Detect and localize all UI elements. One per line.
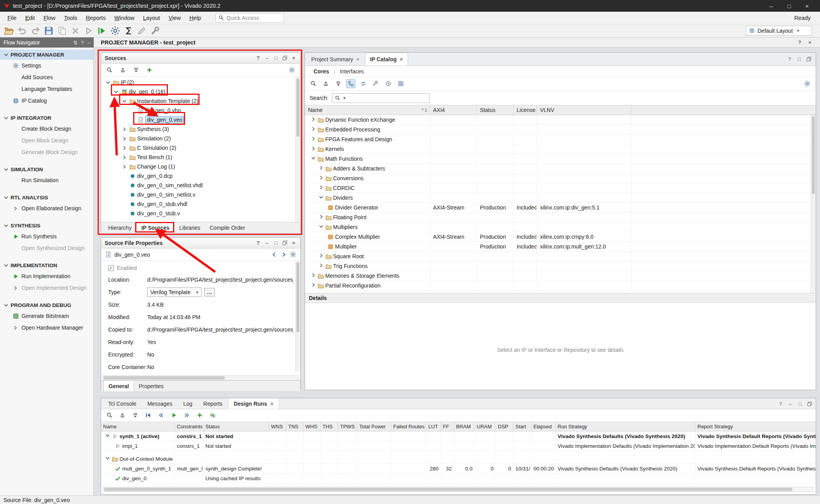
properties-tab-general[interactable]: General: [103, 381, 134, 391]
sources-panel-header[interactable]: Sources ? – □ ×: [101, 53, 300, 64]
step-back-button[interactable]: [157, 411, 166, 420]
flownav-item-settings[interactable]: Settings: [0, 60, 93, 71]
column-header-tpws[interactable]: TPWS: [338, 422, 357, 431]
layout-select[interactable]: Default Layout ▾: [746, 26, 812, 35]
flownav-section-header-synthesis[interactable]: SYNTHESIS: [0, 220, 93, 231]
source-file-properties-header[interactable]: Source File Properties ? – □ ×: [101, 238, 300, 248]
redo-icon[interactable]: [30, 26, 41, 36]
settings-button[interactable]: [803, 79, 812, 88]
menu-help[interactable]: Help: [185, 13, 205, 23]
column-header-name[interactable]: Name^ 1: [305, 105, 430, 115]
wand-icon[interactable]: [150, 26, 160, 36]
catalog-row-multiplier[interactable]: MultiplierProductionIncludedxilinx.com:i…: [305, 242, 816, 252]
tree-row-c-simulation[interactable]: C Simulation (2): [101, 143, 300, 153]
run-icon[interactable]: [84, 26, 94, 36]
help-icon[interactable]: ?: [777, 401, 784, 407]
flownav-item-create-block-design[interactable]: Create Block Design: [0, 123, 93, 135]
step-forward-button[interactable]: [182, 411, 191, 420]
gear-icon[interactable]: [110, 26, 120, 36]
plus-button[interactable]: [195, 411, 204, 420]
menu-view[interactable]: View: [164, 13, 185, 23]
collapse-all-button[interactable]: [118, 411, 127, 420]
flownav-item-run-implementation[interactable]: Run Implementation: [0, 270, 93, 282]
sources-tab-compile-order[interactable]: Compile Order: [205, 222, 250, 233]
bottom-tab-messages[interactable]: Messages: [142, 398, 178, 409]
collapse-all-button[interactable]: [118, 66, 127, 75]
skip-start-button[interactable]: [144, 411, 153, 420]
menu-reports[interactable]: Reports: [82, 13, 110, 23]
catalog-row-trig-functions[interactable]: Trig Functions: [305, 261, 816, 271]
flownav-item-generate-bitstream[interactable]: Generate Bitstream: [0, 310, 93, 322]
close-icon[interactable]: ×: [400, 56, 403, 62]
expand-all-button[interactable]: [131, 411, 140, 420]
help-icon[interactable]: ?: [81, 40, 84, 46]
collapse-all-icon[interactable]: ⇅: [73, 40, 78, 46]
close-icon[interactable]: ×: [356, 56, 359, 62]
minimize-icon[interactable]: –: [787, 401, 793, 407]
design-run-row-out-of-context-module-runs[interactable]: Out-of-Context Module Runs: [101, 454, 816, 464]
minimize-icon[interactable]: –: [264, 55, 270, 61]
design-run-row-impl-1[interactable]: impl_1constrs_1Not startedVivado Impleme…: [101, 441, 816, 451]
settings-button[interactable]: [287, 66, 296, 75]
scrollbar[interactable]: [811, 115, 815, 293]
compare-button[interactable]: [359, 79, 368, 88]
menu-layout[interactable]: Layout: [139, 13, 164, 23]
target-button[interactable]: [384, 79, 393, 88]
catalog-row-fpga-features-and-design[interactable]: FPGA Features and Design: [305, 135, 816, 144]
float-icon[interactable]: [282, 240, 288, 246]
quick-access-search[interactable]: Quick Access: [216, 13, 284, 23]
flownav-item-ip-catalog[interactable]: IP Catalog: [0, 95, 93, 106]
flownav-item-generate-block-design[interactable]: Generate Block Design: [0, 146, 93, 158]
tree-row-synthesis[interactable]: Synthesis (3): [101, 124, 300, 134]
column-header-constraints[interactable]: Constraints: [175, 422, 203, 431]
percent-button[interactable]: %: [208, 411, 217, 420]
menu-flow[interactable]: Flow: [39, 13, 60, 23]
back-icon[interactable]: [271, 251, 278, 258]
tree-row-div-gen-0-sim-netlist-v[interactable]: div_gen_0_sim_netlist.v: [101, 190, 300, 199]
catalog-row-dividers[interactable]: Dividers: [305, 193, 816, 203]
forward-icon[interactable]: [280, 251, 287, 258]
column-header-bram[interactable]: BRAM: [454, 422, 475, 431]
catalog-row-cordic[interactable]: CORDIC: [305, 183, 816, 193]
catalog-row-multipliers[interactable]: Multipliers: [305, 222, 816, 232]
help-icon[interactable]: ?: [797, 39, 803, 45]
catalog-row-memories-storage-elements[interactable]: Memories & Storage Elements: [305, 271, 816, 281]
tree-row-div-gen-0-vho[interactable]: div_gen_0.vho: [101, 106, 300, 115]
browse-button[interactable]: …: [204, 288, 215, 296]
column-header-wns[interactable]: WNS: [269, 422, 286, 431]
catalog-row-dynamic-function-exchange[interactable]: Dynamic Function eXchange: [305, 115, 816, 125]
maximize-icon[interactable]: □: [796, 56, 802, 62]
menu-tools[interactable]: Tools: [60, 13, 82, 23]
flownav-item-open-hardware-manager[interactable]: Open Hardware Manager: [0, 322, 93, 334]
properties-tab-properties[interactable]: Properties: [134, 381, 168, 391]
magnifier-button[interactable]: [105, 411, 114, 420]
catalog-row-conversions[interactable]: Conversions: [305, 174, 816, 183]
column-header-start[interactable]: Start: [513, 422, 531, 431]
bottom-tab-design-runs[interactable]: Design Runs×: [228, 398, 280, 409]
view-tab-cores[interactable]: Cores: [309, 68, 334, 75]
flownav-item-run-synthesis[interactable]: Run Synthesis: [0, 231, 93, 242]
catalog-row-square-root[interactable]: Square Root: [305, 252, 816, 261]
tree-row-div-gen-0-veo[interactable]: div_gen_0.veo: [101, 115, 300, 124]
catalog-row-complex-multiplier[interactable]: Complex MultiplierAXI4-StreamProductionI…: [305, 232, 816, 242]
column-header-lut[interactable]: LUT: [426, 422, 441, 431]
tree-row-instantiation-template[interactable]: Instantiation Template (2): [101, 96, 300, 106]
float-icon[interactable]: [807, 401, 813, 407]
undo-icon[interactable]: [17, 26, 27, 36]
tree-row-div-gen-0-dcp[interactable]: div_gen_0.dcp: [101, 171, 300, 181]
maximize-window-button[interactable]: □: [780, 0, 798, 12]
ip-search-input[interactable]: ▾: [332, 93, 430, 103]
minimize-icon[interactable]: –: [264, 240, 270, 246]
close-icon[interactable]: ×: [291, 55, 297, 61]
catalog-row-math-functions[interactable]: Math Functions: [305, 154, 816, 164]
flownav-item-open-implemented-design[interactable]: Open Implemented Design: [0, 282, 93, 294]
close-icon[interactable]: ×: [270, 401, 273, 407]
float-icon[interactable]: [282, 55, 288, 61]
tree-row-change-log[interactable]: Change Log (1): [101, 162, 300, 171]
wrench-button[interactable]: [371, 79, 380, 88]
scrollbar[interactable]: [295, 261, 300, 372]
sources-tab-ip-sources[interactable]: IP Sources: [136, 222, 175, 233]
type-select[interactable]: Verilog Template▾: [147, 287, 201, 297]
flownav-section-header-rtl-analysis[interactable]: RTL ANALYSIS: [0, 192, 93, 202]
bottom-tab-reports[interactable]: Reports: [198, 398, 228, 409]
